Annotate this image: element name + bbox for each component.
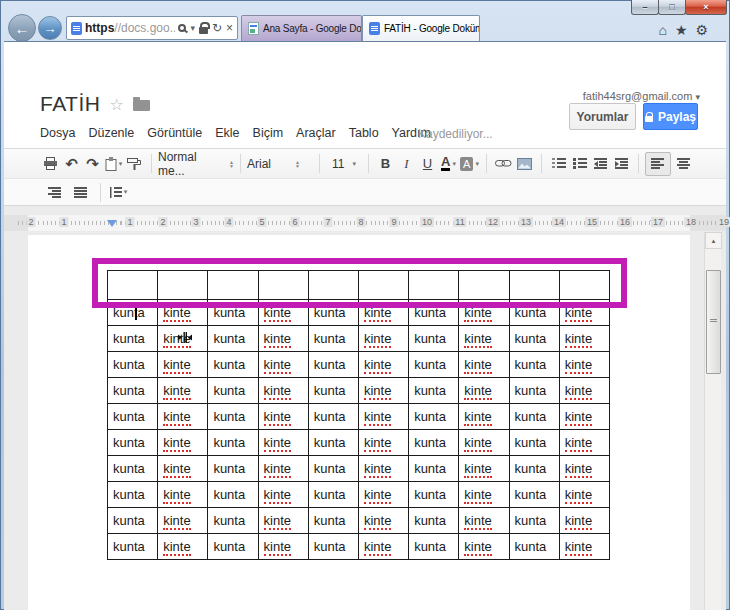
table-cell[interactable]: kinte [459, 534, 509, 560]
close-button[interactable]: × [685, 0, 727, 15]
table-cell[interactable]: kunta [108, 534, 158, 560]
table-cell[interactable]: kinte [158, 378, 208, 404]
table-cell[interactable]: kinte [358, 482, 408, 508]
table-cell[interactable]: kunta [308, 326, 358, 352]
table-cell[interactable]: kinte [158, 534, 208, 560]
align-left-button[interactable] [645, 152, 671, 176]
tab-ana-sayfa[interactable]: Ana Sayfa - Google Dokümanlar [241, 15, 362, 41]
table-cell[interactable]: kunta [509, 404, 559, 430]
table-cell[interactable]: kunta [208, 326, 258, 352]
print-button[interactable] [40, 152, 61, 176]
table-cell[interactable]: kinte [459, 482, 509, 508]
menu-ekle[interactable]: Ekle [215, 126, 239, 140]
table-cell[interactable]: kinte [559, 430, 609, 456]
table-cell[interactable]: kinte [358, 404, 408, 430]
table-cell[interactable]: kinte [459, 352, 509, 378]
table-cell[interactable]: kinte [258, 508, 308, 534]
font-size-select[interactable]: 11 ▾ [326, 152, 362, 176]
table-cell[interactable]: kinte [358, 430, 408, 456]
forward-button[interactable]: → [38, 16, 62, 40]
table-cell[interactable]: kinte [459, 508, 509, 534]
comments-button[interactable]: Yorumlar [569, 103, 636, 130]
table-cell[interactable]: kinte [358, 508, 408, 534]
table-cell[interactable]: kinte [559, 326, 609, 352]
redo-button[interactable]: ↷ [82, 152, 103, 176]
table-cell[interactable]: kinte [559, 352, 609, 378]
table-cell[interactable]: kunta [108, 404, 158, 430]
star-document-icon[interactable]: ☆ [109, 95, 123, 114]
share-button[interactable]: Paylaş [643, 103, 698, 130]
table-cell[interactable]: kinte [459, 456, 509, 482]
bulleted-list-button[interactable] [569, 152, 590, 176]
table-cell[interactable]: kinte [459, 326, 509, 352]
table-cell[interactable]: kunta [208, 482, 258, 508]
align-center-button[interactable] [671, 152, 697, 176]
table-cell[interactable]: kunta [208, 534, 258, 560]
table-cell[interactable]: kunta [208, 404, 258, 430]
vertical-scrollbar[interactable]: ▲ ▼ [704, 232, 721, 610]
text-color-button[interactable]: A▾ [438, 152, 459, 176]
menu-biçim[interactable]: Biçim [253, 126, 284, 140]
table-cell[interactable]: kunta [308, 508, 358, 534]
table-cell[interactable]: kinte [158, 508, 208, 534]
menu-dosya[interactable]: Dosya [40, 126, 75, 140]
home-icon[interactable]: ⌂ [658, 22, 666, 38]
table-cell[interactable]: kunta [409, 404, 459, 430]
table-cell[interactable]: kinte [358, 534, 408, 560]
left-indent-marker[interactable] [107, 220, 117, 227]
menu-tablo[interactable]: Tablo [349, 126, 379, 140]
table-cell[interactable]: kinte [258, 352, 308, 378]
table-cell[interactable]: kinte [358, 326, 408, 352]
table-cell[interactable]: kunta [509, 534, 559, 560]
refresh-icon[interactable]: ↻ [212, 21, 222, 35]
table-cell[interactable]: kunta [509, 430, 559, 456]
table-cell[interactable]: kinte [559, 534, 609, 560]
table-cell[interactable]: kunta [208, 430, 258, 456]
table-cell[interactable]: kinte [158, 456, 208, 482]
back-button[interactable]: ← [8, 14, 36, 42]
table-cell[interactable]: kunta [509, 482, 559, 508]
search-dropdown-icon[interactable]: ▾ [190, 23, 195, 33]
document-title[interactable]: FATİH [40, 92, 100, 116]
table-cell[interactable]: kunta [108, 430, 158, 456]
table-cell[interactable]: kunta [509, 352, 559, 378]
table-cell[interactable]: kunta [108, 326, 158, 352]
menu-görüntüle[interactable]: Görüntüle [147, 126, 202, 140]
table-cell[interactable]: kunta [509, 378, 559, 404]
scroll-up-icon[interactable]: ▲ [705, 232, 722, 249]
table-cell[interactable]: kinte [258, 404, 308, 430]
stop-icon[interactable]: × [226, 21, 233, 35]
table-cell[interactable]: kinte [459, 430, 509, 456]
menu-araçlar[interactable]: Araçlar [296, 126, 336, 140]
url-text[interactable]: https//docs.goo... [85, 21, 175, 35]
table-cell[interactable]: kunta [509, 326, 559, 352]
menu-düzenle[interactable]: Düzenle [88, 126, 134, 140]
table-cell[interactable]: kunta [108, 378, 158, 404]
table-cell[interactable]: kunta [308, 534, 358, 560]
table-cell[interactable]: kunta [208, 508, 258, 534]
table-cell[interactable]: kunta [308, 378, 358, 404]
table-cell[interactable]: kinte [559, 378, 609, 404]
table-cell[interactable]: kunta [208, 378, 258, 404]
table-cell[interactable]: kinte [559, 508, 609, 534]
table-cell[interactable]: kinte [158, 482, 208, 508]
table-cell[interactable]: kinte [258, 456, 308, 482]
align-justify-button[interactable] [68, 180, 94, 204]
bold-button[interactable]: B [375, 152, 396, 176]
table-cell[interactable]: kinte [459, 378, 509, 404]
table-cell[interactable]: kinte [258, 326, 308, 352]
table-cell[interactable]: kinte [158, 352, 208, 378]
table-cell[interactable]: kinte [358, 378, 408, 404]
table-cell[interactable]: kunta [308, 430, 358, 456]
paste-button[interactable]: ▾ [103, 152, 124, 176]
table-cell[interactable]: kinte [258, 378, 308, 404]
numbered-list-button[interactable] [548, 152, 569, 176]
table-cell[interactable]: kunta [409, 378, 459, 404]
table-cell[interactable]: kunta [208, 352, 258, 378]
scrollbar-thumb[interactable] [706, 270, 721, 374]
table-cell[interactable]: kunta [308, 404, 358, 430]
table-cell[interactable]: kinte [559, 482, 609, 508]
account-menu[interactable]: fatih44srg@gmail.com ▾ [583, 90, 700, 102]
underline-button[interactable]: U [417, 152, 438, 176]
table-cell[interactable]: kunta [409, 508, 459, 534]
